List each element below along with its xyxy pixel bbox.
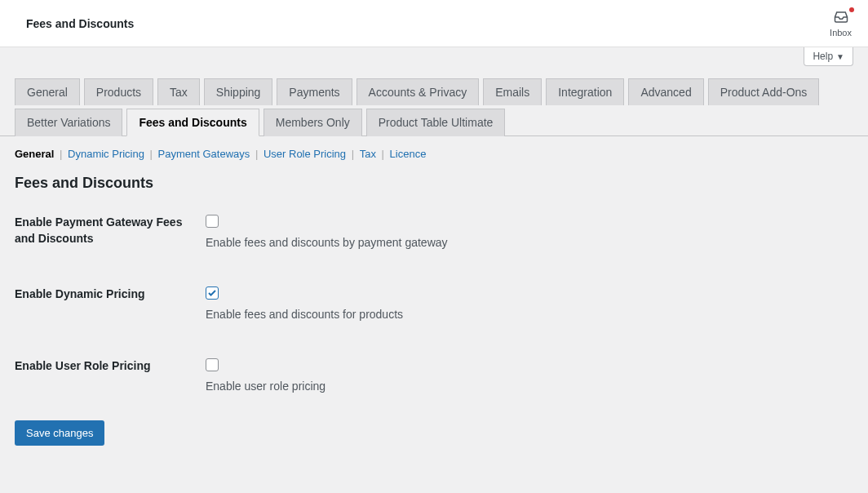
tab-products[interactable]: Products: [84, 78, 153, 105]
section-title: Fees and Discounts: [15, 175, 853, 192]
tab-emails[interactable]: Emails: [483, 78, 542, 105]
setting-row-user-role-pricing: Enable User Role Pricing Enable user rol…: [15, 358, 853, 393]
tab-accounts-privacy[interactable]: Accounts & Privacy: [356, 78, 480, 105]
setting-label: Enable Payment Gateway Fees and Discount…: [15, 215, 206, 246]
sub-navigation: General | Dynamic Pricing | Payment Gate…: [0, 136, 868, 160]
tab-general[interactable]: General: [15, 78, 80, 105]
save-button[interactable]: Save changes: [15, 420, 104, 446]
page-title: Fees and Discounts: [26, 17, 134, 30]
inbox-label: Inbox: [830, 28, 852, 38]
tab-fees-discounts[interactable]: Fees and Discounts: [126, 109, 259, 136]
tab-advanced[interactable]: Advanced: [628, 78, 703, 105]
setting-description: Enable fees and discounts for products: [206, 308, 853, 321]
setting-description: Enable fees and discounts by payment gat…: [206, 236, 853, 249]
checkbox-payment-gateway[interactable]: [206, 215, 219, 228]
tab-integration[interactable]: Integration: [546, 78, 624, 105]
help-button[interactable]: Help ▼: [804, 47, 853, 66]
primary-tabs: General Products Tax Shipping Payments A…: [0, 47, 868, 136]
sublink-payment-gateways[interactable]: Payment Gateways: [158, 148, 250, 160]
setting-label: Enable Dynamic Pricing: [15, 286, 206, 303]
tab-payments[interactable]: Payments: [277, 78, 352, 105]
setting-description: Enable user role pricing: [206, 380, 853, 393]
checkbox-user-role-pricing[interactable]: [206, 358, 219, 371]
inbox-icon: [834, 10, 848, 24]
setting-row-payment-gateway: Enable Payment Gateway Fees and Discount…: [15, 215, 853, 249]
tab-product-addons[interactable]: Product Add-Ons: [708, 78, 820, 105]
tab-product-table-ultimate[interactable]: Product Table Ultimate: [366, 109, 506, 136]
help-button-label: Help: [813, 51, 833, 62]
tab-tax[interactable]: Tax: [157, 78, 200, 105]
setting-label: Enable User Role Pricing: [15, 358, 206, 375]
sublink-user-role-pricing[interactable]: User Role Pricing: [264, 148, 346, 160]
sublink-licence[interactable]: Licence: [390, 148, 427, 160]
tab-members-only[interactable]: Members Only: [264, 109, 362, 136]
content-area: Help ▼ General Products Tax Shipping Pay…: [0, 47, 868, 446]
sublink-tax[interactable]: Tax: [360, 148, 376, 160]
sublink-dynamic-pricing[interactable]: Dynamic Pricing: [68, 148, 144, 160]
check-icon: [207, 288, 217, 298]
tab-shipping[interactable]: Shipping: [204, 78, 273, 105]
setting-row-dynamic-pricing: Enable Dynamic Pricing Enable fees and d…: [15, 286, 853, 321]
sublink-general[interactable]: General: [15, 148, 54, 160]
settings-form: Fees and Discounts Enable Payment Gatewa…: [0, 160, 868, 393]
chevron-down-icon: ▼: [836, 52, 844, 61]
admin-header: Fees and Discounts Inbox: [0, 0, 868, 47]
notification-dot-icon: [849, 7, 854, 12]
checkbox-dynamic-pricing[interactable]: [206, 286, 219, 300]
tab-better-variations[interactable]: Better Variations: [15, 109, 122, 136]
inbox-button[interactable]: Inbox: [830, 10, 852, 38]
